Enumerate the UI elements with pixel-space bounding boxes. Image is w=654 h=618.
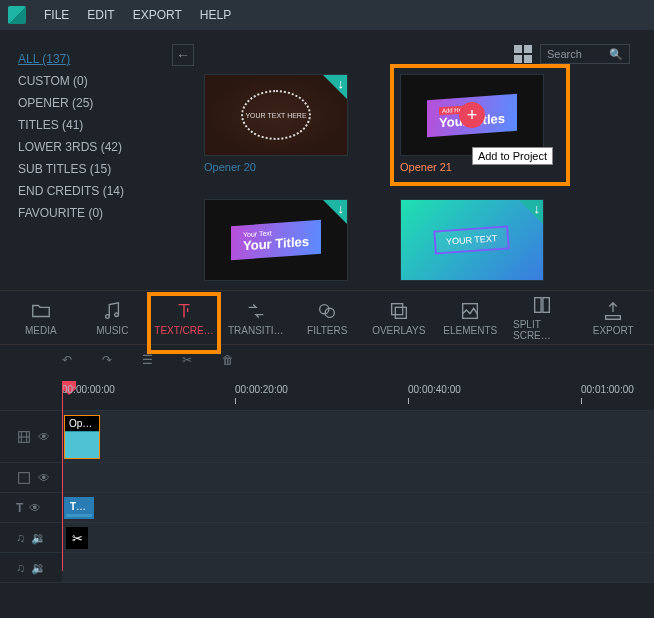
top-menu-bar: FILE EDIT EXPORT HELP: [0, 0, 654, 30]
music-icon: [101, 300, 123, 322]
tab-text-credits[interactable]: TEXT/CRE…: [155, 300, 213, 336]
svg-rect-4: [391, 303, 402, 314]
film-icon: [16, 429, 32, 445]
tab-export[interactable]: EXPORT: [585, 300, 643, 336]
text-icon: [173, 300, 195, 322]
svg-rect-8: [543, 298, 549, 313]
category-all[interactable]: ALL (137): [18, 52, 172, 66]
tab-transitions[interactable]: TRANSITI…: [227, 300, 285, 336]
category-titles[interactable]: TITLES (41): [18, 118, 172, 132]
add-tooltip: Add to Project: [472, 147, 553, 165]
time-ruler[interactable]: 00:00:00:00 00:00:20:00 00:00:40:00 00:0…: [0, 381, 654, 411]
splitscreen-icon: [531, 294, 553, 316]
back-button[interactable]: ←: [172, 44, 194, 66]
thumb-label: Opener 20: [204, 161, 374, 173]
tab-music[interactable]: MUSIC: [84, 300, 142, 336]
video-track: 👁 Ope…: [0, 411, 654, 463]
library-panel: ALL (137) CUSTOM (0) OPENER (25) TITLES …: [0, 30, 654, 290]
menu-help[interactable]: HELP: [200, 8, 231, 22]
cut-icon[interactable]: ✂: [182, 353, 202, 373]
undo-icon[interactable]: ↶: [62, 353, 82, 373]
category-opener[interactable]: OPENER (25): [18, 96, 172, 110]
svg-rect-5: [395, 307, 406, 318]
tab-elements[interactable]: ELEMENTS: [442, 300, 500, 336]
search-placeholder: Search: [547, 48, 582, 60]
tab-media[interactable]: MEDIA: [12, 300, 70, 336]
menu-export[interactable]: EXPORT: [133, 8, 182, 22]
overlays-icon: [388, 300, 410, 322]
time-mark: 00:00:20:00: [235, 384, 288, 395]
thumb-item[interactable]: YOUR TEXT: [400, 199, 570, 281]
category-favourite[interactable]: FAVOURITE (0): [18, 206, 172, 220]
volume-icon[interactable]: 🔉: [31, 561, 46, 575]
category-end-credits[interactable]: END CREDITS (14): [18, 184, 172, 198]
category-sub-titles[interactable]: SUB TITLES (15): [18, 162, 172, 176]
text-track-icon: T: [16, 501, 23, 515]
tab-overlays[interactable]: OVERLAYS: [370, 300, 428, 336]
playhead[interactable]: [62, 381, 63, 571]
category-lower-3rds[interactable]: LOWER 3RDS (42): [18, 140, 172, 154]
music-track-icon: ♫: [16, 531, 25, 545]
edit-tools-icon[interactable]: ☰: [142, 353, 162, 373]
time-mark: 00:00:40:00: [408, 384, 461, 395]
tab-filters[interactable]: FILTERS: [299, 300, 357, 336]
svg-rect-10: [19, 472, 30, 483]
tab-splitscreen[interactable]: SPLIT SCRE…: [513, 294, 571, 341]
hidden-track: 👁: [0, 463, 654, 493]
audio-track-2: ♫ 🔉: [0, 553, 654, 583]
svg-point-0: [106, 314, 110, 318]
time-mark: 00:00:00:00: [62, 384, 115, 395]
eye-icon[interactable]: 👁: [29, 501, 41, 515]
audio-track-1: ♫ 🔉 ✂: [0, 523, 654, 553]
menu-edit[interactable]: EDIT: [87, 8, 114, 22]
gallery-panel: ← Search 🔍 YOUR TEXT HERE Opener 20: [190, 30, 654, 290]
svg-point-1: [115, 312, 119, 316]
text-track: T 👁 T O…: [0, 493, 654, 523]
redo-icon[interactable]: ↷: [102, 353, 122, 373]
thumb-item[interactable]: Your Text Your Titles: [204, 199, 374, 281]
thumbnail-grid: YOUR TEXT HERE Opener 20 Add Here Your T…: [204, 74, 640, 281]
transitions-icon: [245, 300, 267, 322]
add-to-project-button[interactable]: +: [459, 102, 485, 128]
eye-icon[interactable]: 👁: [38, 471, 50, 485]
thumb-preview-text: YOUR TEXT HERE: [241, 90, 311, 140]
module-tabs: MEDIA MUSIC TEXT/CRE… TRANSITI… FILTERS …: [0, 290, 654, 345]
text-clip[interactable]: T O…: [64, 497, 94, 519]
eye-icon[interactable]: 👁: [38, 430, 50, 444]
search-icon: 🔍: [609, 48, 623, 61]
timeline-toolbar: ↶ ↷ ☰ ✂ 🗑: [0, 345, 654, 381]
video-clip[interactable]: Ope…: [64, 415, 100, 459]
export-icon: [602, 300, 624, 322]
search-input[interactable]: Search 🔍: [540, 44, 630, 64]
category-custom[interactable]: CUSTOM (0): [18, 74, 172, 88]
filters-icon: [316, 300, 338, 322]
svg-rect-7: [534, 298, 540, 313]
menu-file[interactable]: FILE: [44, 8, 69, 22]
thumb-opener-20[interactable]: YOUR TEXT HERE Opener 20: [204, 74, 374, 173]
music-track-icon: ♫: [16, 561, 25, 575]
elements-icon: [459, 300, 481, 322]
time-mark: 00:01:00:00: [581, 384, 634, 395]
category-sidebar: ALL (137) CUSTOM (0) OPENER (25) TITLES …: [0, 30, 190, 290]
folder-icon: [30, 300, 52, 322]
timeline: 00:00:00:00 00:00:20:00 00:00:40:00 00:0…: [0, 381, 654, 583]
grid-view-icon[interactable]: [514, 45, 532, 63]
thumb-preview-text: Your Titles: [243, 234, 309, 254]
delete-icon[interactable]: 🗑: [222, 353, 242, 373]
volume-icon[interactable]: 🔉: [31, 531, 46, 545]
scissor-marker[interactable]: ✂: [66, 527, 88, 549]
thumb-preview-text: YOUR TEXT: [434, 225, 511, 254]
film-icon: [16, 470, 32, 486]
app-logo: [8, 6, 26, 24]
thumb-opener-21[interactable]: Add Here Your Titles + Add to Project Op…: [400, 74, 570, 173]
